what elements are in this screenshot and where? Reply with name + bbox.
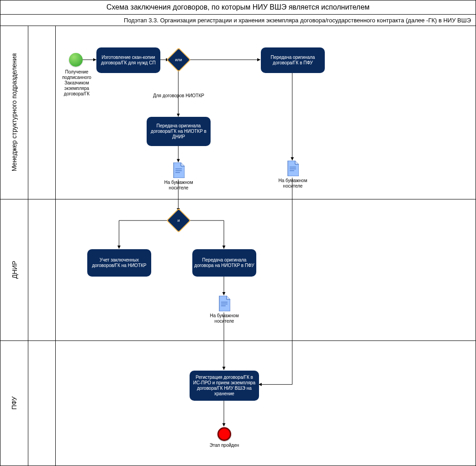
lane-label-text: ПФУ [11, 397, 18, 410]
diagram-body: Менеджер структурного подразделения ДНИР… [0, 26, 476, 466]
task-transfer-pfu: Передача оригинала договора/ГК в ПФУ [261, 47, 325, 73]
lane-label-text: ДНИР [11, 261, 18, 279]
subtitle-text: Подэтап 3.3. Организация регистрации и х… [124, 17, 471, 24]
task-transfer-dnir: Передача оригинала договора/ГК на НИОТКР… [147, 117, 211, 146]
document-icon [287, 161, 299, 176]
end-event-label: Этап пройден [206, 443, 243, 448]
gateway-or: или [170, 51, 187, 68]
lane-separator [0, 340, 476, 341]
task-scan-copy: Изготовление скан-копии договора/ГК для … [96, 47, 160, 73]
task-label: Передача оригинала договора/ГК в ПФУ [263, 55, 323, 66]
end-event [217, 427, 231, 441]
task-register: Регистрация договора/ГК в ИС-ПРО и прием… [190, 371, 259, 401]
lane-label-text: Менеджер структурного подразделения [11, 53, 18, 172]
task-label: Передача оригинала договора на НИОТКР в … [194, 257, 254, 268]
diagram-frame: Схема заключения договоров, по которым Н… [0, 0, 476, 466]
lane-label-dnir: ДНИР [0, 199, 28, 340]
document-icon [218, 296, 230, 311]
path-annotation-niotkr: Для договоров НИОТКР [150, 93, 207, 99]
document-icon [173, 162, 185, 178]
task-accounting: Учет заключенных договоров/ГК на НИОТКР [87, 249, 151, 277]
task-pass-niotkr-pfu: Передача оригинала договора на НИОТКР в … [192, 249, 256, 277]
task-label: Учет заключенных договоров/ГК на НИОТКР [89, 257, 149, 268]
gateway-label: и [170, 212, 187, 229]
lane-label-pfu: ПФУ [0, 340, 28, 466]
task-label: Передача оригинала договора/ГК на НИОТКР… [148, 123, 209, 140]
vertical-sep [55, 26, 56, 466]
gateway-and: и [170, 212, 187, 229]
gateway-label: или [170, 51, 187, 68]
document-caption: На бумажном носителе [278, 178, 307, 189]
start-event [69, 53, 83, 67]
lane-separator [0, 199, 476, 199]
task-label: Изготовление скан-копии договора/ГК для … [98, 55, 159, 66]
diagram-title: Схема заключения договоров, по которым Н… [0, 0, 476, 15]
title-text: Схема заключения договоров, по которым Н… [106, 3, 370, 11]
lane-label-manager: Менеджер структурного подразделения [0, 26, 28, 199]
task-label: Регистрация договора/ГК в ИС-ПРО и прием… [191, 375, 257, 397]
diagram-subtitle: Подэтап 3.3. Организация регистрации и х… [0, 15, 476, 26]
document-caption: На бумажном носителе [164, 180, 193, 191]
start-event-label: Получение подписанного Заказчиком экземп… [59, 69, 95, 97]
document-caption: На бумажном носителе [210, 313, 239, 324]
